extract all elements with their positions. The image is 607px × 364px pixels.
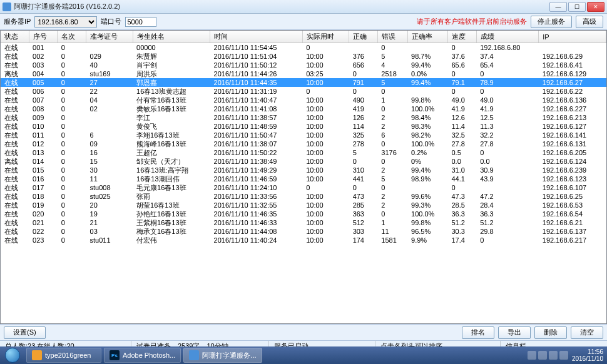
table-cell: 98.3% [407,122,447,131]
table-row[interactable]: 在线0100黄俊飞2016/11/10 11:48:5910:00114298.… [1,122,606,131]
tray-icon[interactable] [538,351,547,360]
export-button[interactable]: 导出 [498,326,531,339]
table-cell: 2 [377,166,407,174]
tray-icon[interactable] [559,351,568,360]
table-row[interactable]: 在线013016王超亿2016/11/10 11:50:2210:0053176… [1,148,606,157]
table-cell: 192.168.6.54 [539,210,606,218]
column-header[interactable]: 序号 [29,31,58,43]
table-cell: 0 [447,69,476,78]
table-row[interactable]: 在线012009熊海峰16春13班2016/11/10 11:38:0710:0… [1,139,606,148]
table-row[interactable]: 离线0040stu169周洪乐2016/11/10 11:44:2603:250… [1,69,606,78]
table-cell: 0 [58,157,86,166]
taskbar-item[interactable]: 阿珊打字通服务... [183,348,262,363]
table-row[interactable]: 在线008002樊敏乐16春13班2016/11/10 11:41:0810:0… [1,104,606,113]
table-cell: 2016/11/10 11:46:59 [210,174,303,183]
taskbar: type2016greenPsAdobe Photosh...阿珊打字通服务..… [0,346,607,364]
table-row[interactable]: 在线021021王紫桐16春13班2016/11/10 11:46:3310:0… [1,218,606,227]
table-cell: 肖宇剑 [133,61,210,69]
column-header[interactable]: 实际用时 [302,31,349,43]
table-cell: 00000 [133,43,210,53]
table-cell: 325 [349,131,378,139]
column-header[interactable]: 名次 [58,31,86,43]
table-row[interactable]: 在线0090李江2016/11/10 11:38:5710:00126298.4… [1,113,606,122]
table-row[interactable]: 在线0230stu011付宏伟2016/11/10 11:40:2410:001… [1,236,606,245]
start-button[interactable] [0,346,25,364]
clock[interactable]: 11:56 2016/11/10 [572,348,603,362]
delete-button[interactable]: 删除 [534,326,567,339]
table-cell: 656 [349,61,378,69]
table-cell: 126 [349,113,378,122]
table-cell: 2016/11/10 11:50:47 [210,131,303,139]
table-row[interactable]: 在线003040肖宇剑2016/11/10 11:50:1210:0065649… [1,61,606,69]
table-cell: 15 [86,157,133,166]
table-cell: 0 [58,192,86,201]
table-cell: 001 [29,43,58,53]
start-orb-icon [5,348,20,363]
taskbar-item-label: Adobe Photosh... [123,351,175,359]
column-header[interactable]: IP [539,31,606,43]
table-row[interactable]: 在线020019孙艳红16春13班2016/11/10 11:46:3510:0… [1,210,606,218]
table-row[interactable]: 离线014015邹安民（天才）2016/11/10 11:38:4910:000… [1,157,606,166]
table-row[interactable]: 在线022003梅承文16春13班2016/11/10 11:44:0810:0… [1,227,606,236]
table-cell: stu169 [86,69,133,78]
column-header[interactable]: 考生姓名 [133,31,210,43]
tray-icon[interactable] [549,351,558,360]
table-cell: 0 [377,87,407,96]
table-cell: 2 [377,122,407,131]
table-row[interactable]: 在线019020胡莹16春13班2016/11/10 11:32:5510:00… [1,201,606,210]
port-input[interactable] [125,17,156,27]
server-ip-select[interactable]: 192.168.6.80 [34,16,97,28]
table-cell: 98.2% [407,131,447,139]
rank-button[interactable]: 排名 [462,326,494,339]
table-cell: 174 [349,236,378,245]
system-tray[interactable]: 11:56 2016/11/10 [524,348,607,362]
taskbar-item[interactable]: PsAdobe Photosh... [104,348,181,363]
data-table-container[interactable]: 状态序号名次准考证号考生姓名时间实际用时正确错误正确率速度成绩IP 在线0010… [0,30,607,324]
table-cell: 98.4% [407,113,447,122]
table-cell: 020 [29,210,58,218]
table-cell: 10:00 [302,236,349,245]
table-cell: 1581 [377,236,407,245]
column-header[interactable]: 状态 [1,31,29,43]
close-button[interactable]: ✕ [587,2,604,12]
table-cell: 019 [29,201,58,210]
table-row[interactable]: 在线005027郭恩嘉2016/11/10 11:44:3510:0079159… [1,78,606,87]
column-header[interactable]: 成绩 [476,31,539,43]
table-row[interactable]: 在线01601116春13潮回伟2016/11/10 11:46:5910:00… [1,174,606,183]
table-cell: 黄俊飞 [133,122,210,131]
column-header[interactable]: 时间 [210,31,303,43]
tray-icon[interactable] [528,351,536,360]
table-row[interactable]: 在线007004付有常16春13班2016/11/10 11:40:4710:0… [1,96,606,104]
table-row[interactable]: 在线01503016春13班:高宇翔2016/11/10 11:49:2910:… [1,166,606,174]
column-header[interactable]: 错误 [377,31,407,43]
minimize-button[interactable]: — [549,2,567,12]
table-cell: 021 [29,218,58,227]
table-row[interactable]: 在线0010000002016/11/10 11:54:45000192.168… [1,43,606,53]
table-cell: 离线 [1,69,29,78]
settings-button[interactable]: 设置(S) [4,326,46,339]
taskbar-item[interactable]: type2016green [26,348,101,363]
column-header[interactable]: 正确 [349,31,378,43]
table-row[interactable]: 在线00602216春13班黄志超2016/11/10 11:31:190000… [1,87,606,96]
table-cell: 029 [86,52,133,61]
table-row[interactable]: 在线01106李翊16春13班2016/11/10 11:50:4710:003… [1,131,606,139]
table-cell: 02 [86,104,133,113]
stop-service-button[interactable]: 停止服务 [531,16,572,28]
table-cell: 17.4 [447,236,476,245]
clear-button[interactable]: 清空 [571,326,603,339]
maximize-button[interactable]: ☐ [568,2,586,12]
table-row[interactable]: 在线0020029朱贤辉2016/11/10 11:51:0410:003765… [1,52,606,61]
column-header[interactable]: 准考证号 [86,31,133,43]
table-cell: 0.0% [407,69,447,78]
table-row[interactable]: 在线0170stu008毛元康16春13班2016/11/10 11:24:10… [1,183,606,192]
table-cell: 王超亿 [133,148,210,157]
table-row[interactable]: 在线0180stu025张雨2016/11/10 11:33:5610:0047… [1,192,606,201]
table-cell: 192.168.6.217 [539,236,606,245]
table-cell: 5 [377,52,407,61]
advanced-button[interactable]: 高级 [576,16,603,28]
port-label: 端口号 [101,17,121,26]
column-header[interactable]: 正确率 [407,31,447,43]
table-cell: 11.3 [476,122,539,131]
column-header[interactable]: 速度 [447,31,476,43]
table-cell: 1 [377,218,407,227]
